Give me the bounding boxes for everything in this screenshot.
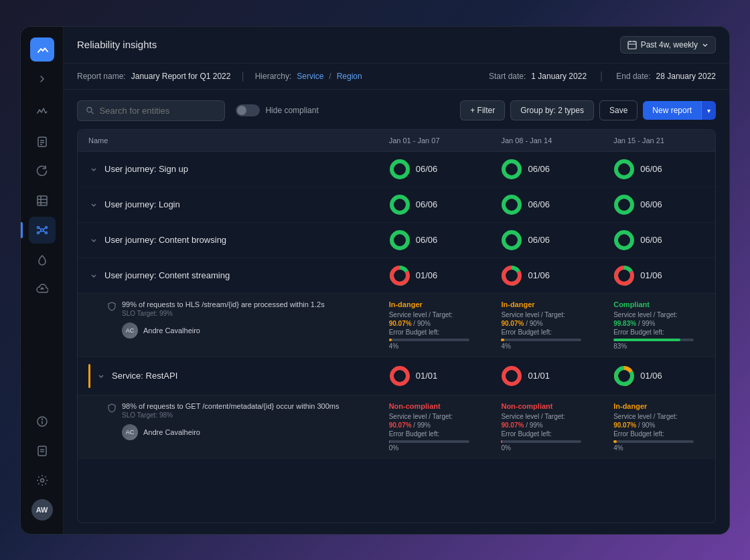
svg-point-71 — [396, 372, 404, 380]
svg-point-39 — [620, 165, 628, 173]
svg-point-48 — [620, 201, 628, 209]
error-budget-label: Error Budget left: — [389, 430, 480, 438]
status-badge: In-danger — [389, 300, 480, 308]
sidebar-item-activity[interactable] — [29, 99, 56, 126]
row-period-1: 01/06 — [378, 258, 491, 293]
slo-target: SLO Target: 99% — [122, 310, 325, 317]
user-avatar[interactable]: AW — [29, 496, 56, 523]
detail-period-1: In-danger Service level / Target: 90.07%… — [378, 293, 491, 357]
row-expand-chevron[interactable] — [88, 199, 99, 210]
hierarchy-label: Hierarchy: — [255, 72, 292, 81]
progress-pct: 0% — [389, 444, 480, 452]
progress-bar — [501, 339, 581, 341]
progress-fill — [613, 339, 680, 341]
hierarchy-region-link[interactable]: Region — [337, 72, 362, 81]
service-level-label: Service level / Target: — [613, 311, 704, 318]
topbar: Reliability insights Past 4w, weekly — [64, 27, 729, 64]
progress-bar — [613, 440, 694, 443]
service-level-value: 90.07% / 90% — [501, 320, 592, 327]
sidebar-item-document[interactable] — [29, 438, 56, 464]
service-level-label: Service level / Target: — [501, 413, 592, 420]
score-label: 06/06 — [416, 235, 438, 245]
service-level-value: 90.07% / 99% — [501, 422, 592, 429]
row-period-3: 06/06 — [603, 222, 715, 258]
new-report-main-button[interactable]: New report — [643, 101, 701, 120]
filter-button[interactable]: + Filter — [460, 100, 505, 120]
hierarchy-service-link[interactable]: Service — [297, 72, 323, 81]
status-badge: Non-compliant — [501, 402, 592, 410]
svg-point-54 — [508, 236, 516, 244]
svg-point-57 — [620, 236, 628, 244]
sidebar-collapse-button[interactable] — [35, 72, 49, 86]
owner-name: Andre Cavalheiro — [143, 428, 200, 436]
progress-fill — [613, 440, 617, 443]
row-period-3: 01/06 — [603, 258, 715, 293]
row-period-3: 01/06 — [603, 357, 715, 395]
sidebar-item-info[interactable] — [29, 408, 56, 435]
slo-name: 99% of requests to HLS /stream/{id} are … — [122, 300, 325, 308]
search-input[interactable] — [100, 106, 217, 116]
sidebar-item-refresh[interactable] — [29, 158, 56, 185]
progress-bar — [501, 440, 581, 443]
donut-chart — [613, 229, 635, 251]
svg-point-20 — [42, 419, 42, 419]
row-name-cell: User journey: Content browsing — [78, 222, 378, 258]
sidebar-item-settings[interactable] — [29, 467, 56, 494]
score-label: 01/06 — [640, 371, 662, 381]
sidebar-item-reports[interactable] — [29, 128, 56, 155]
detail-period-2: In-danger Service level / Target: 90.07%… — [490, 293, 603, 357]
row-period-1: 06/06 — [378, 222, 491, 258]
toolbar: Hide compliant + Filter Group by: 2 type… — [77, 100, 716, 121]
group-by-button[interactable]: Group by: 2 types — [510, 100, 594, 120]
svg-rect-21 — [38, 446, 46, 456]
svg-point-42 — [396, 201, 404, 209]
row-expand-chevron[interactable] — [88, 270, 99, 281]
status-badge: Compliant — [613, 300, 704, 308]
service-level-value: 90.07% / 99% — [389, 422, 480, 429]
row-name-cell: Service: RestAPI — [78, 357, 378, 395]
score-label: 06/06 — [640, 199, 662, 209]
progress-pct: 0% — [501, 444, 592, 452]
progress-bar — [613, 339, 694, 341]
donut-chart — [389, 194, 410, 215]
new-report-button-group: New report ▾ — [643, 101, 716, 120]
svg-point-77 — [620, 372, 628, 380]
sidebar-nav — [29, 99, 56, 408]
svg-rect-25 — [628, 41, 636, 49]
time-picker-button[interactable]: Past 4w, weekly — [620, 36, 716, 54]
error-budget-label: Error Budget left: — [501, 329, 592, 336]
service-level-label: Service level / Target: — [613, 413, 704, 420]
progress-pct: 4% — [389, 343, 480, 350]
score-label: 06/06 — [528, 164, 550, 174]
sidebar-item-cloud[interactable] — [29, 276, 56, 302]
error-budget-label: Error Budget left: — [389, 329, 480, 336]
row-expand-chevron[interactable] — [88, 235, 99, 246]
donut-chart — [613, 365, 635, 387]
save-button[interactable]: Save — [599, 100, 638, 120]
status-badge: In-danger — [613, 402, 704, 410]
svg-point-73 — [508, 372, 516, 380]
time-picker-label: Past 4w, weekly — [641, 40, 698, 50]
sidebar-item-drop[interactable] — [29, 246, 56, 273]
donut-chart — [613, 194, 635, 215]
svg-line-15 — [39, 231, 41, 233]
progress-bar — [389, 440, 469, 443]
search-box[interactable] — [77, 100, 225, 121]
svg-line-13 — [39, 227, 41, 229]
page-title: Reliability insights — [77, 39, 157, 50]
sidebar-item-network[interactable] — [29, 217, 56, 244]
meta-bar: Report name: January Report for Q1 2022 … — [64, 64, 729, 90]
row-expand-chevron[interactable] — [88, 164, 99, 175]
error-budget-label: Error Budget left: — [501, 430, 592, 438]
donut-chart — [501, 265, 522, 286]
row-expand-chevron[interactable] — [96, 371, 106, 381]
sidebar-item-table[interactable] — [29, 187, 56, 214]
new-report-dropdown-button[interactable]: ▾ — [701, 101, 716, 120]
svg-rect-0 — [38, 137, 46, 147]
row-name-cell: User journey: Content streaming — [78, 258, 378, 293]
row-period-1: 06/06 — [378, 187, 491, 222]
hide-compliant-toggle[interactable] — [236, 104, 260, 116]
content-area: Hide compliant + Filter Group by: 2 type… — [64, 90, 729, 534]
service-level-label: Service level / Target: — [389, 413, 480, 420]
svg-line-30 — [92, 112, 94, 114]
